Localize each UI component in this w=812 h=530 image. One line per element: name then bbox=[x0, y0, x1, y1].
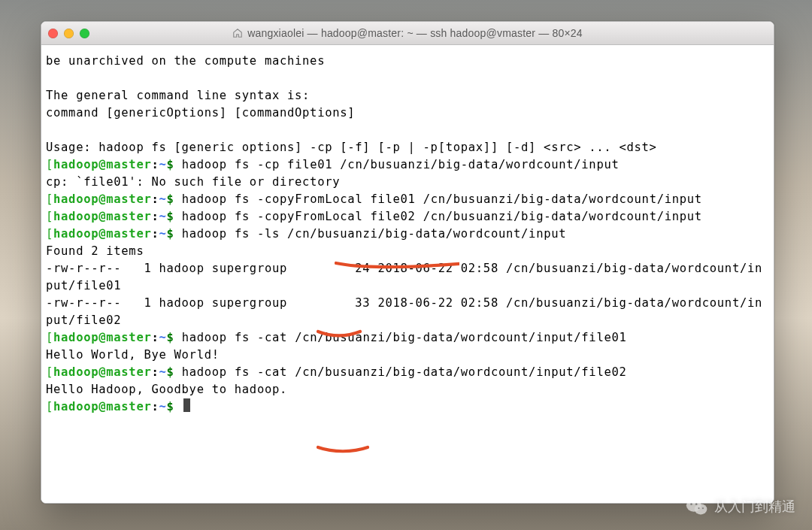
minimize-icon[interactable] bbox=[64, 29, 74, 38]
svg-point-1 bbox=[695, 504, 707, 514]
window-title-text: wangxiaolei — hadoop@master: ~ — ssh had… bbox=[247, 27, 583, 39]
svg-point-3 bbox=[695, 503, 698, 505]
terminal-output[interactable]: be unarchived on the compute machines Th… bbox=[46, 53, 769, 416]
watermark: 从入门到精通 bbox=[686, 497, 795, 516]
svg-point-5 bbox=[702, 507, 704, 509]
traffic-lights bbox=[48, 29, 89, 38]
close-icon[interactable] bbox=[48, 29, 58, 38]
terminal-body[interactable]: be unarchived on the compute machines Th… bbox=[41, 45, 774, 503]
watermark-text: 从入门到精通 bbox=[714, 498, 795, 516]
home-icon bbox=[232, 28, 243, 38]
annotation-underline bbox=[317, 444, 369, 459]
titlebar[interactable]: wangxiaolei — hadoop@master: ~ — ssh had… bbox=[41, 22, 774, 45]
svg-point-4 bbox=[698, 507, 699, 509]
zoom-icon[interactable] bbox=[80, 29, 89, 38]
wechat-icon bbox=[686, 497, 708, 516]
terminal-window: wangxiaolei — hadoop@master: ~ — ssh had… bbox=[41, 21, 774, 504]
window-title: wangxiaolei — hadoop@master: ~ — ssh had… bbox=[41, 27, 774, 39]
svg-point-2 bbox=[690, 503, 692, 505]
